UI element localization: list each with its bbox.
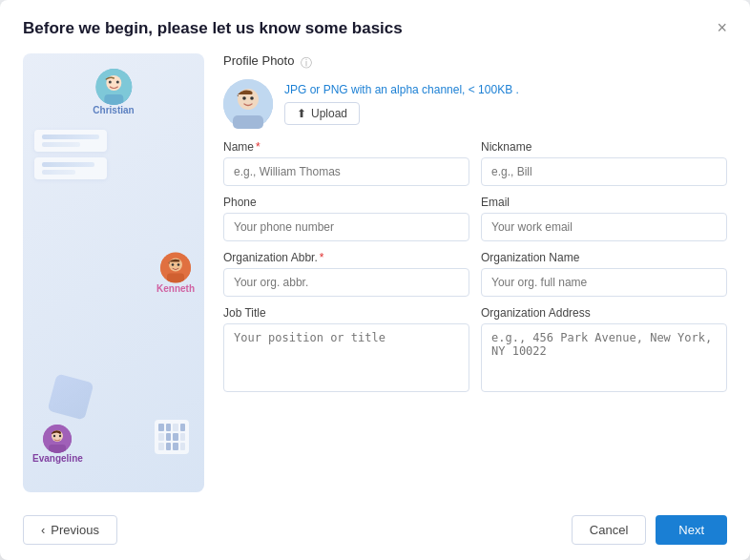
previous-button[interactable]: ‹ Previous: [23, 515, 117, 545]
phone-input[interactable]: [223, 213, 469, 241]
job-title-label: Job Title: [223, 306, 469, 320]
email-label: Email: [481, 196, 727, 209]
name-kenneth: Kenneth: [156, 283, 195, 294]
name-christian: Christian: [93, 105, 134, 115]
footer-right-actions: Cancel Next: [572, 515, 727, 545]
decoration-evangeline: Evangeline: [32, 425, 83, 464]
svg-rect-2: [104, 94, 123, 105]
qr-cell: [180, 424, 186, 431]
deco-card-2: [34, 157, 107, 179]
previous-label: Previous: [51, 523, 99, 537]
org-name-label: Organization Name: [481, 251, 727, 264]
deco-line: [42, 135, 99, 139]
org-row: Organization Abbr.* Organization Name: [223, 251, 727, 297]
profile-photo-section: JPG or PNG with an alpha channel, < 100K…: [223, 79, 727, 129]
svg-point-18: [242, 96, 246, 100]
qr-cell: [180, 433, 186, 441]
nickname-group: Nickname: [481, 140, 727, 186]
decoration-christian: Christian: [93, 69, 134, 115]
deco-line: [42, 170, 75, 175]
upload-button[interactable]: ⬆ Upload: [284, 102, 360, 125]
name-group: Name*: [223, 140, 469, 186]
close-button[interactable]: ×: [717, 19, 727, 36]
modal-header: Before we begin, please let us know some…: [0, 0, 750, 38]
photo-hint: JPG or PNG with an alpha channel, < 100K…: [284, 83, 519, 96]
name-nickname-row: Name* Nickname: [223, 140, 727, 186]
svg-rect-17: [233, 115, 263, 129]
org-abbr-input[interactable]: [223, 268, 469, 297]
org-address-input[interactable]: [481, 323, 727, 392]
phone-group: Phone: [223, 196, 469, 241]
org-name-input[interactable]: [481, 268, 727, 297]
next-button[interactable]: Next: [656, 515, 727, 545]
svg-point-9: [177, 263, 180, 266]
deco-qr: [155, 420, 189, 454]
name-evangeline: Evangeline: [32, 453, 83, 464]
qr-cell: [166, 424, 172, 431]
left-decorative-panel: Christian: [23, 53, 204, 492]
nickname-label: Nickname: [481, 140, 727, 154]
qr-cell: [158, 424, 164, 431]
card-stack: [34, 130, 107, 179]
svg-point-8: [172, 263, 175, 266]
onboarding-modal: Before we begin, please let us know some…: [0, 0, 750, 560]
deco-cube: [48, 374, 94, 421]
svg-rect-12: [49, 445, 66, 453]
org-address-group: Organization Address: [481, 306, 727, 392]
chevron-left-icon: ‹: [41, 523, 45, 537]
job-title-input[interactable]: [223, 323, 469, 392]
name-required: *: [256, 140, 260, 154]
deco-line: [42, 162, 94, 167]
name-input[interactable]: [223, 157, 469, 186]
svg-rect-7: [167, 274, 184, 283]
email-input[interactable]: [481, 213, 727, 241]
name-label: Name*: [223, 140, 469, 154]
job-address-row: Job Title Organization Address: [223, 306, 727, 392]
svg-point-19: [250, 96, 254, 100]
qr-cell: [166, 433, 172, 441]
phone-label: Phone: [223, 196, 469, 209]
nickname-input[interactable]: [481, 157, 727, 186]
avatar-evangeline: [43, 425, 72, 453]
qr-cell: [173, 424, 178, 431]
org-abbr-label: Organization Abbr.*: [223, 251, 469, 264]
svg-point-14: [59, 435, 61, 437]
modal-body: Christian: [0, 38, 750, 504]
svg-point-3: [109, 81, 112, 84]
deco-card-1: [34, 130, 107, 152]
modal-title: Before we begin, please let us know some…: [23, 19, 403, 38]
profile-photo-label: Profile Photo: [223, 53, 294, 68]
photo-upload-area: JPG or PNG with an alpha channel, < 100K…: [284, 83, 519, 125]
deco-line: [42, 142, 80, 147]
profile-avatar: [223, 79, 273, 129]
svg-point-13: [53, 435, 55, 437]
profile-photo-label-row: Profile Photo ⓘ: [223, 53, 727, 73]
qr-cell: [158, 433, 164, 441]
org-abbr-group: Organization Abbr.*: [223, 251, 469, 297]
qr-cell: [173, 433, 178, 441]
org-abbr-required: *: [320, 251, 324, 264]
email-group: Email: [481, 196, 727, 241]
decoration-kenneth: Kenneth: [156, 253, 195, 294]
org-address-label: Organization Address: [481, 306, 727, 320]
help-icon: ⓘ: [301, 55, 312, 72]
avatar-christian: [95, 69, 132, 105]
job-title-group: Job Title: [223, 306, 469, 392]
cancel-button[interactable]: Cancel: [572, 515, 646, 545]
org-name-group: Organization Name: [481, 251, 727, 297]
upload-icon: ⬆: [297, 107, 306, 120]
qr-cell: [180, 443, 186, 450]
qr-cell: [158, 443, 164, 450]
upload-label: Upload: [311, 107, 347, 120]
phone-email-row: Phone Email: [223, 196, 727, 241]
svg-point-4: [116, 81, 119, 84]
right-form-panel: Profile Photo ⓘ: [223, 53, 727, 504]
qr-cell: [166, 443, 172, 450]
qr-cell: [173, 443, 178, 450]
modal-footer: ‹ Previous Cancel Next: [0, 504, 750, 560]
avatar-kenneth: [160, 253, 191, 283]
